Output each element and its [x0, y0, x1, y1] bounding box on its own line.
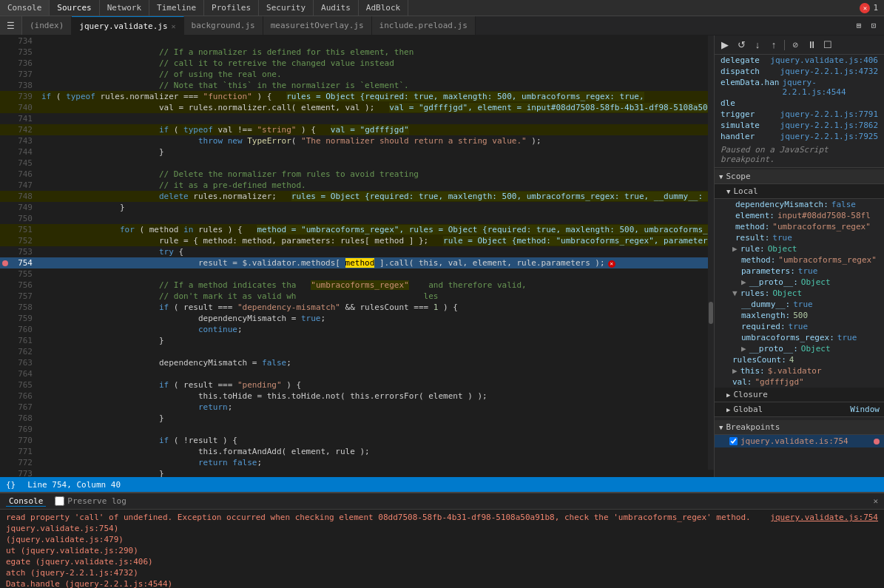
- breakpoint-area[interactable]: [0, 280, 10, 291]
- table-row: 750: [0, 213, 714, 224]
- table-row: 743 throw new TypeError( "The normalizer…: [0, 135, 714, 146]
- breakpoint-area[interactable]: [0, 69, 10, 80]
- breakpoint-area[interactable]: [0, 180, 10, 191]
- breakpoint-area[interactable]: [0, 402, 10, 413]
- breakpoint-area[interactable]: [0, 291, 10, 302]
- code-scroll[interactable]: 734 735 // If a normalizer is defined fo…: [0, 36, 714, 477]
- breakpoint-area[interactable]: [0, 246, 10, 257]
- collapse-tabs-icon[interactable]: ⊡: [868, 20, 880, 32]
- step-out-button[interactable]: ↑: [766, 38, 781, 53]
- breakpoint-area[interactable]: [0, 135, 10, 146]
- breakpoint-area[interactable]: [0, 158, 10, 169]
- breakpoint-area[interactable]: [0, 169, 10, 180]
- tab-sources[interactable]: Sources: [50, 0, 99, 16]
- breakpoint-area[interactable]: [0, 80, 10, 91]
- file-tabs: ☰ (index) jquery.validate.js ✕ backgroun…: [0, 16, 884, 36]
- breakpoint-area[interactable]: [0, 379, 10, 391]
- breakpoint-area[interactable]: [0, 324, 10, 335]
- error-badge: ✕: [860, 3, 870, 13]
- breakpoint-area[interactable]: [0, 413, 10, 424]
- tab-security[interactable]: Security: [259, 0, 314, 16]
- breakpoint-area[interactable]: [0, 113, 10, 124]
- breakpoint-area[interactable]: [0, 47, 10, 58]
- step-into-button[interactable]: ↓: [750, 38, 765, 53]
- scope-item-element: element: input#08dd7508-58fl: [715, 210, 884, 221]
- console-tab[interactable]: Console: [6, 496, 46, 507]
- breakpoint-area[interactable]: [0, 335, 10, 346]
- console-output[interactable]: read property 'call' of undefined. Excep…: [0, 510, 884, 588]
- local-scope-label: Local: [733, 186, 758, 196]
- resume-button[interactable]: ▶: [718, 38, 732, 53]
- step-over-button[interactable]: ↺: [734, 38, 749, 53]
- breakpoint-area[interactable]: [0, 146, 10, 158]
- scope-header[interactable]: ▼ Scope: [715, 169, 884, 184]
- console-line: read property 'call' of undefined. Excep…: [6, 512, 878, 523]
- table-row: 769: [0, 424, 714, 435]
- breakpoint-area[interactable]: [0, 424, 10, 435]
- table-row: 742 if ( typeof val !== "string" ) { val…: [0, 124, 714, 135]
- file-tab-index[interactable]: (index): [22, 16, 72, 35]
- disable-breakpoints-button[interactable]: ⊘: [788, 38, 803, 53]
- breakpoint-area[interactable]: [0, 446, 10, 457]
- table-row: 766 this.toHide = this.toHide.not( this.…: [0, 391, 714, 402]
- table-row: 764: [0, 368, 714, 379]
- closure-header[interactable]: ▶ Closure: [715, 388, 884, 402]
- table-row: 773 }: [0, 468, 714, 477]
- breakpoint-area[interactable]: [0, 357, 10, 368]
- table-row: 735 // If a normalizer is defined for th…: [0, 47, 714, 58]
- breakpoint-area[interactable]: [0, 302, 10, 313]
- file-tab-background[interactable]: background.js: [184, 16, 263, 35]
- pause-exceptions-button[interactable]: ⏸: [804, 38, 819, 53]
- table-row: 740 val = rules.normalizer.call( element…: [0, 102, 714, 113]
- file-tab-jquery-validate[interactable]: jquery.validate.js ✕: [72, 16, 183, 35]
- tab-adblock[interactable]: AdBlock: [359, 0, 408, 16]
- breakpoint-area[interactable]: [0, 202, 10, 213]
- tab-profiles[interactable]: Profiles: [204, 0, 259, 16]
- breakpoint-area[interactable]: [0, 468, 10, 477]
- breakpoint-item: jquery.validate.is:754: [715, 435, 884, 447]
- breakpoint-area[interactable]: [0, 58, 10, 69]
- right-panel: ▶ ↺ ↓ ↑ ⊘ ⏸ ☐ delegate jquery.validate.j…: [714, 36, 884, 477]
- breakpoint-area[interactable]: [0, 346, 10, 357]
- breakpoint-area[interactable]: [0, 313, 10, 324]
- scope-item-rulescount: rulesCount: 4: [715, 354, 884, 365]
- breakpoint-area[interactable]: [0, 213, 10, 224]
- tab-timeline[interactable]: Timeline: [149, 0, 204, 16]
- breakpoint-area[interactable]: [0, 102, 10, 113]
- breakpoint-area[interactable]: [0, 124, 10, 135]
- tab-network[interactable]: Network: [100, 0, 149, 16]
- breakpoint-area[interactable]: [0, 191, 10, 202]
- top-bar: Console Sources Network Timeline Profile…: [0, 0, 884, 16]
- breakpoint-area[interactable]: [0, 91, 10, 102]
- breakpoints-header[interactable]: ▼ Breakpoints: [715, 420, 884, 435]
- close-tab-icon[interactable]: ✕: [172, 22, 176, 30]
- local-scope-header[interactable]: ▼ Local: [715, 184, 884, 199]
- console-area: Console Preserve log ✕ read property 'ca…: [0, 492, 884, 588]
- file-tab-include-preload[interactable]: include.preload.js: [372, 16, 476, 35]
- global-header[interactable]: ▶ Global Window: [715, 402, 884, 417]
- breakpoint-area[interactable]: [0, 268, 10, 280]
- breakpoint-checkbox[interactable]: [729, 437, 738, 445]
- scope-item-rules-dummy: __dummy__: true: [715, 299, 884, 310]
- table-row: 737 // of using the real one.: [0, 69, 714, 80]
- breakpoint-area[interactable]: [0, 224, 10, 235]
- expand-tabs-icon[interactable]: ⊞: [853, 20, 865, 32]
- sidebar-toggle[interactable]: ☰: [0, 16, 22, 35]
- file-tab-measureit[interactable]: measureitOverlay.js: [263, 16, 372, 35]
- breakpoint-dot[interactable]: [0, 257, 10, 268]
- breakpoint-area[interactable]: [0, 457, 10, 468]
- console-close-icon[interactable]: ✕: [873, 496, 878, 506]
- tab-audits[interactable]: Audits: [314, 0, 359, 16]
- breakpoint-area[interactable]: [0, 368, 10, 379]
- scope-item-method: method: "umbracoforms_regex": [715, 221, 884, 232]
- breakpoint-area[interactable]: [0, 36, 10, 47]
- breakpoint-area[interactable]: [0, 391, 10, 402]
- table-row: 747 // it as a pre-defined method.: [0, 180, 714, 191]
- breakpoint-area[interactable]: [0, 435, 10, 446]
- table-row: 771 this.formatAndAdd( element, rule );: [0, 446, 714, 457]
- breakpoint-area[interactable]: [0, 235, 10, 246]
- blackbox-button[interactable]: ☐: [820, 38, 835, 53]
- preserve-log-checkbox[interactable]: Preserve log: [55, 496, 126, 506]
- tab-console[interactable]: Console: [0, 0, 50, 16]
- scope-item-rule-method: method: "umbracoforms_regex": [715, 254, 884, 266]
